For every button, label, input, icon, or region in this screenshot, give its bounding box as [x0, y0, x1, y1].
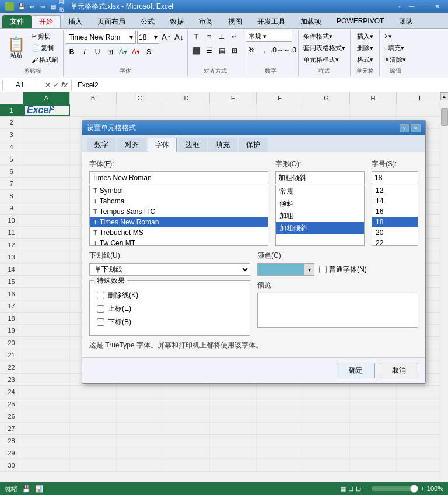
cell-col-H-row-30[interactable]	[350, 459, 397, 471]
clear-button[interactable]: ✕清除▾	[382, 54, 408, 65]
decrease-font-button[interactable]: A↓	[173, 31, 185, 43]
cell-col-a-row-28[interactable]	[23, 435, 70, 447]
cell-col-I-row-28[interactable]	[397, 435, 440, 447]
cancel-button[interactable]: 取消	[380, 363, 418, 378]
cut-button[interactable]: ✂剪切	[29, 31, 61, 42]
cell-col-I-row-30[interactable]	[397, 459, 440, 471]
merge-button[interactable]: ⊞	[229, 45, 240, 57]
style-input[interactable]	[275, 171, 365, 184]
font-name-input[interactable]	[89, 171, 268, 184]
cell-col-B-row-29[interactable]	[70, 447, 117, 459]
align-center-button[interactable]: ☰	[203, 45, 215, 57]
font-color-button[interactable]: A▾	[130, 46, 142, 58]
cell-col-C-row-30[interactable]	[117, 459, 163, 471]
cell-col-B-row-25[interactable]	[70, 398, 117, 410]
delete-cells-button[interactable]: 删除▾	[355, 43, 376, 54]
font-item-times[interactable]: T Times New Roman	[90, 217, 268, 227]
cell-col-a-row-3[interactable]	[23, 129, 70, 141]
cell-col-a-row-5[interactable]	[23, 153, 70, 165]
cell-col-a-row-27[interactable]	[23, 423, 70, 434]
tab-team[interactable]: 团队	[391, 15, 421, 28]
percent-button[interactable]: %	[246, 44, 257, 56]
cell-col-a-row-4[interactable]	[23, 141, 70, 153]
sum-button[interactable]: Σ▾	[382, 31, 408, 42]
cell-col-a-row-15[interactable]	[23, 276, 70, 287]
cell-styles-button[interactable]: 单元格样式▾	[301, 54, 348, 65]
redo-icon[interactable]: ↪	[38, 2, 47, 11]
zoom-in-button[interactable]: +	[421, 485, 424, 492]
vertical-scrollbar[interactable]: ▲	[440, 92, 448, 492]
align-left-button[interactable]: ⬛	[190, 45, 202, 57]
cell-col-I-row-26[interactable]	[397, 410, 440, 422]
style-item-regular[interactable]: 常规	[276, 185, 364, 198]
help-button[interactable]: ?	[393, 2, 405, 11]
cell-col-D-row-1[interactable]	[163, 104, 210, 116]
col-header-e[interactable]: E	[210, 92, 257, 104]
cell-col-F-row-1[interactable]	[257, 104, 303, 116]
comma-button[interactable]: ,	[258, 44, 270, 56]
zoom-out-button[interactable]: −	[366, 485, 369, 492]
cell-col-F-row-27[interactable]	[257, 423, 303, 434]
scroll-up-button[interactable]: ▲	[440, 92, 449, 100]
cell-col-G-row-25[interactable]	[303, 398, 350, 410]
cell-col-G-row-1[interactable]	[303, 104, 350, 116]
font-item-tempus[interactable]: T Tempus Sans ITC	[90, 206, 268, 217]
cell-col-E-row-28[interactable]	[210, 435, 257, 447]
underline-select[interactable]: 单下划线 无 双下划线	[89, 263, 250, 276]
underline-button[interactable]: U	[92, 46, 103, 58]
size-item-18[interactable]: 18	[372, 217, 418, 227]
page-break-view-button[interactable]: ⊟	[356, 485, 361, 493]
cell-col-B-row-24[interactable]	[70, 386, 117, 398]
superscript-checkbox[interactable]	[97, 305, 104, 313]
cell-col-a-row-19[interactable]	[23, 325, 70, 336]
cell-col-D-row-26[interactable]	[163, 410, 210, 422]
cell-col-H-row-24[interactable]	[350, 386, 397, 398]
cell-col-F-row-30[interactable]	[257, 459, 303, 471]
dialog-tab-align[interactable]: 对齐	[117, 138, 146, 152]
col-header-i[interactable]: I	[397, 92, 440, 104]
cell-col-a-row-6[interactable]	[23, 166, 70, 177]
cell-col-a-row-21[interactable]	[23, 349, 70, 361]
insert-function-icon[interactable]: fx	[61, 81, 68, 89]
cell-col-I-row-25[interactable]	[397, 398, 440, 410]
cell-col-F-row-29[interactable]	[257, 447, 303, 459]
cell-col-E-row-27[interactable]	[210, 423, 257, 434]
grid-toggle-icon[interactable]: ☑网格线	[59, 2, 68, 11]
cell-col-a-row-26[interactable]	[23, 410, 70, 422]
cell-col-a-row-10[interactable]	[23, 215, 70, 226]
size-item-14[interactable]: 14	[372, 196, 418, 206]
cell-col-G-row-24[interactable]	[303, 386, 350, 398]
cell-col-a-row-29[interactable]	[23, 447, 70, 459]
cell-col-I-row-24[interactable]	[397, 386, 440, 398]
tab-developer[interactable]: 开发工具	[250, 15, 293, 28]
cell-col-I-row-29[interactable]	[397, 447, 440, 459]
tab-home[interactable]: 开始	[32, 15, 61, 28]
bold-button[interactable]: B	[66, 46, 78, 58]
cell-col-E-row-30[interactable]	[210, 459, 257, 471]
border-button[interactable]: ⊞	[104, 46, 116, 58]
dialog-tab-border[interactable]: 边框	[178, 138, 207, 152]
col-header-a[interactable]: A	[23, 92, 70, 104]
cell-col-a-row-30[interactable]	[23, 459, 70, 471]
cell-col-G-row-27[interactable]	[303, 423, 350, 434]
tab-powerpivot[interactable]: POWERPIVOT	[329, 15, 391, 28]
size-item-22[interactable]: 22	[372, 238, 418, 246]
cell-col-D-row-29[interactable]	[163, 447, 210, 459]
dialog-close-button[interactable]: ✕	[411, 124, 421, 132]
cell-col-a-row-8[interactable]	[23, 190, 70, 202]
tab-formula[interactable]: 公式	[133, 15, 162, 28]
copy-button[interactable]: 📄复制	[29, 43, 61, 54]
cell-col-a-row-18[interactable]	[23, 313, 70, 324]
tab-view[interactable]: 视图	[220, 15, 250, 28]
cell-col-C-row-26[interactable]	[117, 410, 163, 422]
strikethrough-checkbox[interactable]	[97, 292, 104, 299]
cell-col-H-row-26[interactable]	[350, 410, 397, 422]
cell-col-D-row-24[interactable]	[163, 386, 210, 398]
cell-col-E-row-24[interactable]	[210, 386, 257, 398]
cell-col-B-row-30[interactable]	[70, 459, 117, 471]
cell-col-a-row-24[interactable]	[23, 386, 70, 398]
align-top-button[interactable]: ⊤	[190, 31, 202, 43]
tab-data[interactable]: 数据	[162, 15, 191, 28]
font-item-tahoma[interactable]: T Tahoma	[90, 196, 268, 206]
scroll-thumb[interactable]	[441, 108, 448, 126]
